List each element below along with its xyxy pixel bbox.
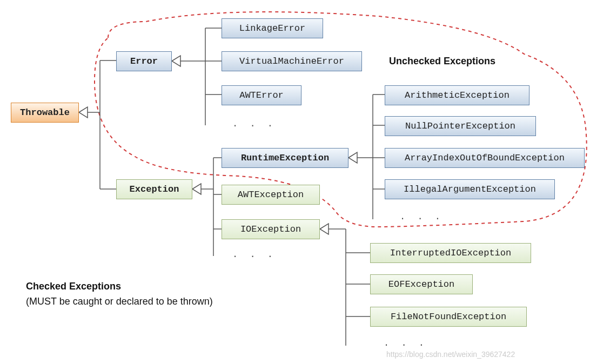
- runtime-exception-box: RuntimeException: [222, 148, 348, 168]
- io-ellipsis: . . .: [384, 338, 427, 348]
- awt-exception-box: AWTException: [222, 185, 320, 205]
- io-exception-box: IOException: [222, 219, 320, 239]
- svg-marker-0: [79, 107, 88, 118]
- exception-ellipsis: . . .: [232, 250, 276, 260]
- eof-exception-box: EOFException: [370, 274, 473, 294]
- watermark: https://blog.csdn.net/weixin_39627422: [386, 350, 515, 359]
- array-oob-box: ArrayIndexOutOfBoundException: [385, 148, 585, 168]
- vm-error-box: VirtualMachineError: [222, 51, 362, 71]
- svg-marker-17: [348, 152, 357, 163]
- checked-title: Checked Exceptions: [26, 281, 121, 292]
- throwable-box: Throwable: [11, 103, 79, 123]
- awt-error-box: AWTError: [222, 85, 301, 105]
- file-not-found-box: FileNotFoundException: [370, 307, 527, 327]
- checked-sub: (MUST be caught or declared to be thrown…: [26, 296, 213, 307]
- npe-box: NullPointerException: [385, 116, 536, 136]
- arithmetic-exception-box: ArithmeticException: [385, 85, 529, 105]
- illegal-arg-box: IllegalArgumentException: [385, 179, 555, 199]
- error-box: Error: [116, 51, 172, 71]
- error-ellipsis: . . .: [232, 119, 276, 129]
- exception-box: Exception: [116, 179, 192, 199]
- unchecked-label: Unchecked Exceptions: [389, 56, 495, 67]
- linkage-error-box: LinkageError: [222, 18, 323, 38]
- svg-marker-11: [192, 184, 201, 194]
- svg-marker-5: [172, 56, 180, 66]
- interrupted-io-box: InterruptedIOException: [370, 243, 531, 263]
- svg-marker-24: [320, 224, 329, 234]
- runtime-ellipsis: . . .: [400, 212, 444, 222]
